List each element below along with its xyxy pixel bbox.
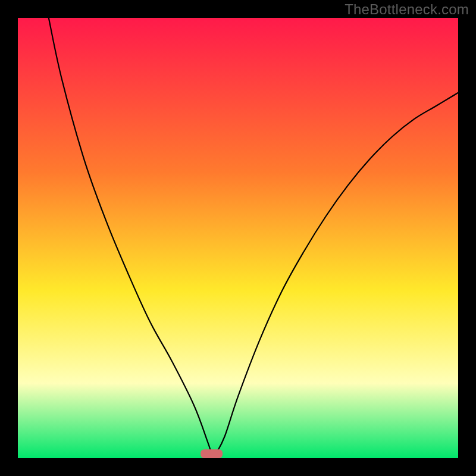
bottleneck-marker [201, 449, 223, 458]
plot-area [18, 18, 458, 458]
watermark-text: TheBottleneck.com [345, 1, 469, 18]
outer-frame: TheBottleneck.com [0, 0, 476, 476]
chart-svg [18, 18, 458, 458]
gradient-background [18, 18, 458, 458]
